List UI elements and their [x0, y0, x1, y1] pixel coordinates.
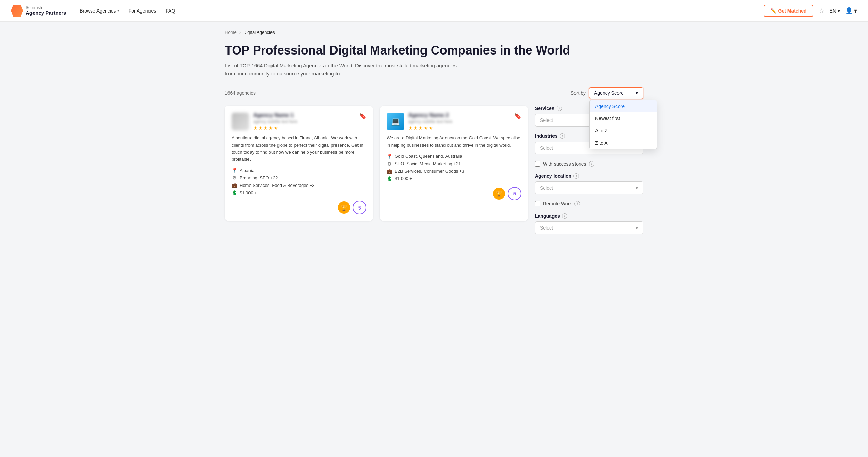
location-icon: 📍: [232, 168, 237, 173]
nav-browse-agencies[interactable]: Browse Agencies ▾: [80, 8, 119, 14]
main-nav: Browse Agencies ▾ For Agencies FAQ: [80, 8, 175, 14]
sort-chevron-icon: ▾: [636, 90, 638, 96]
sort-area: Sort by Agency Score ▾ Agency Score Newe…: [571, 87, 643, 99]
card-header: Agency Name 1 agency subtitle text here …: [232, 112, 366, 131]
bookmark-star-icon[interactable]: ☆: [819, 7, 824, 15]
industries-info-icon[interactable]: i: [560, 133, 565, 139]
user-chevron-icon: ▾: [854, 7, 857, 15]
main-grid: Agency Name 1 agency subtitle text here …: [225, 106, 643, 241]
trophy-badge: 🏆: [493, 188, 505, 200]
header: Semrush Agency Partners Browse Agencies …: [0, 0, 868, 22]
get-matched-button[interactable]: ✏️ Get Matched: [764, 5, 813, 17]
remote-work-checkbox[interactable]: [535, 201, 540, 206]
sort-option-z-to-a[interactable]: Z to A: [590, 137, 657, 149]
card-footer: 🏆 5: [387, 187, 521, 200]
remote-work-row: Remote Work i: [535, 201, 643, 206]
card-footer: 🏆 5: [232, 201, 366, 214]
agency-subtitle: agency subtitle text here: [408, 119, 452, 124]
meta-industries: 💼 B2B Services, Consumer Goods +3: [387, 169, 521, 174]
logo-area[interactable]: Semrush Agency Partners: [11, 5, 66, 17]
languages-select[interactable]: Select ▾: [535, 221, 643, 234]
breadcrumb: Home › Digital Agencies: [225, 30, 643, 35]
filter-languages: Languages i Select ▾: [535, 213, 643, 234]
page-wrapper: Home › Digital Agencies TOP Professional…: [214, 22, 654, 249]
card-logo-name: 💻 Agency Name 2 agency subtitle text her…: [387, 112, 452, 131]
results-count: 1664 agencies: [225, 90, 256, 96]
sort-option-newest-first[interactable]: Newest first: [590, 112, 657, 125]
meta-location: 📍 Albania: [232, 168, 366, 173]
score-badge: 5: [508, 187, 521, 200]
agency-card: Agency Name 1 agency subtitle text here …: [225, 106, 373, 221]
agency-name-area: Agency Name 2 agency subtitle text here …: [408, 112, 452, 131]
sort-option-agency-score[interactable]: Agency Score: [590, 100, 657, 112]
sort-by-label: Sort by: [571, 90, 586, 96]
agency-subtitle: agency subtitle text here: [253, 119, 297, 124]
languages-info-icon[interactable]: i: [562, 213, 567, 219]
user-menu[interactable]: 👤 ▾: [845, 7, 857, 15]
meta-budget: 💲 $1,000 +: [232, 190, 366, 195]
industries-icon: 💼: [387, 169, 392, 174]
breadcrumb-separator: ›: [239, 30, 241, 35]
filter-location-label: Agency location i: [535, 173, 643, 179]
filter-languages-label: Languages i: [535, 213, 643, 219]
language-selector[interactable]: EN ▾: [830, 8, 840, 14]
location-info-icon[interactable]: i: [573, 173, 579, 179]
agency-meta: 📍 Albania ⚙ Branding, SEO +22 💼 Home Ser…: [232, 168, 366, 195]
lang-chevron-icon: ▾: [838, 8, 840, 14]
agency-stars: ★ ★ ★ ★ ★: [408, 125, 452, 131]
success-stories-row: With success stories i: [535, 161, 643, 167]
success-stories-checkbox[interactable]: [535, 161, 540, 167]
agency-name-area: Agency Name 1 agency subtitle text here …: [253, 112, 297, 131]
sort-current-value: Agency Score: [594, 90, 624, 96]
agency-description: We are a Digital Marketing Agency on the…: [387, 135, 521, 149]
services-icon: ⚙: [387, 161, 392, 167]
logo-text: Semrush Agency Partners: [26, 6, 66, 16]
services-icon: ⚙: [232, 175, 237, 180]
location-icon: 📍: [387, 154, 392, 159]
location-chevron-icon: ▾: [636, 185, 638, 191]
agency-card: 💻 Agency Name 2 agency subtitle text her…: [380, 106, 528, 221]
product-name: Agency Partners: [26, 10, 66, 16]
meta-industries: 💼 Home Services, Food & Beverages +3: [232, 182, 366, 188]
success-stories-info-icon[interactable]: i: [589, 161, 594, 167]
services-info-icon[interactable]: i: [557, 106, 562, 111]
agency-logo: 💻: [387, 113, 404, 130]
agency-logo: [232, 113, 249, 130]
agency-name: Agency Name 1: [253, 112, 297, 118]
agency-meta: 📍 Gold Coast, Queensland, Australia ⚙ SE…: [387, 154, 521, 181]
nav-faq[interactable]: FAQ: [166, 8, 175, 14]
languages-chevron-icon: ▾: [636, 225, 638, 231]
industries-icon: 💼: [232, 182, 237, 188]
brand-name: Semrush: [26, 6, 66, 10]
filter-success-stories: With success stories i: [535, 161, 643, 167]
results-sort-row: 1664 agencies Sort by Agency Score ▾ Age…: [225, 87, 643, 99]
bookmark-button[interactable]: 🔖: [514, 112, 521, 120]
breadcrumb-current: Digital Agencies: [243, 30, 275, 35]
location-select[interactable]: Select ▾: [535, 181, 643, 194]
header-right: ✏️ Get Matched ☆ EN ▾ 👤 ▾: [764, 5, 857, 17]
meta-services: ⚙ Branding, SEO +22: [232, 175, 366, 180]
sort-option-a-to-z[interactable]: A to Z: [590, 125, 657, 137]
sort-dropdown[interactable]: Agency Score ▾ Agency Score Newest first…: [589, 87, 643, 99]
filter-agency-location: Agency location i Select ▾: [535, 173, 643, 194]
breadcrumb-home[interactable]: Home: [225, 30, 237, 35]
agency-stars: ★ ★ ★ ★ ★: [253, 125, 297, 131]
meta-services: ⚙ SEO, Social Media Marketing +21: [387, 161, 521, 167]
browse-chevron-icon: ▾: [117, 9, 119, 13]
page-title: TOP Professional Digital Marketing Compa…: [225, 43, 643, 58]
card-header: 💻 Agency Name 2 agency subtitle text her…: [387, 112, 521, 131]
nav-for-agencies[interactable]: For Agencies: [129, 8, 156, 14]
bookmark-button[interactable]: 🔖: [359, 112, 366, 120]
agency-description: A boutique digital agency based in Tiran…: [232, 135, 366, 163]
agencies-grid: Agency Name 1 agency subtitle text here …: [225, 106, 528, 221]
meta-location: 📍 Gold Coast, Queensland, Australia: [387, 154, 521, 159]
semrush-logo-icon: [11, 5, 23, 17]
agency-name: Agency Name 2: [408, 112, 452, 118]
user-avatar-icon: 👤: [845, 7, 853, 15]
remote-work-info-icon[interactable]: i: [574, 201, 580, 206]
sort-dropdown-menu: Agency Score Newest first A to Z Z to A: [589, 100, 657, 149]
card-logo-name: Agency Name 1 agency subtitle text here …: [232, 112, 297, 131]
budget-icon: 💲: [232, 190, 237, 195]
budget-icon: 💲: [387, 176, 392, 181]
header-left: Semrush Agency Partners Browse Agencies …: [11, 5, 175, 17]
